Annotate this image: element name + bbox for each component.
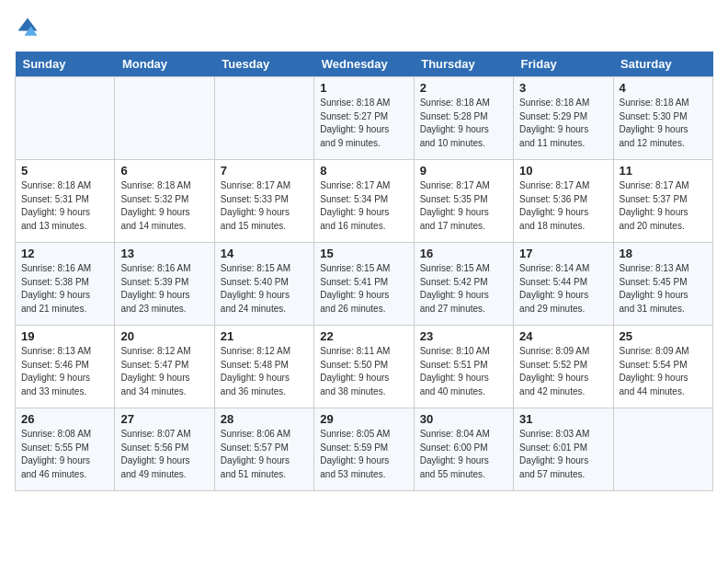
day-number: 23 (420, 329, 507, 343)
day-info: Sunrise: 8:03 AM Sunset: 6:01 PM Dayligh… (519, 428, 607, 481)
calendar-cell: 2Sunrise: 8:18 AM Sunset: 5:28 PM Daylig… (414, 77, 513, 160)
day-number: 5 (21, 164, 108, 178)
day-info: Sunrise: 8:14 AM Sunset: 5:44 PM Dayligh… (519, 262, 607, 316)
calendar-cell: 19Sunrise: 8:13 AM Sunset: 5:46 PM Dayli… (16, 326, 115, 408)
calendar-cell: 3Sunrise: 8:18 AM Sunset: 5:29 PM Daylig… (514, 77, 613, 160)
day-number: 24 (519, 329, 607, 343)
calendar-cell: 13Sunrise: 8:16 AM Sunset: 5:39 PM Dayli… (115, 243, 214, 326)
day-info: Sunrise: 8:09 AM Sunset: 5:52 PM Dayligh… (519, 345, 607, 398)
days-header-row: SundayMondayTuesdayWednesdayThursdayFrid… (16, 52, 713, 77)
calendar-cell: 4Sunrise: 8:18 AM Sunset: 5:30 PM Daylig… (613, 77, 712, 160)
calendar-cell: 22Sunrise: 8:11 AM Sunset: 5:50 PM Dayli… (314, 326, 414, 408)
calendar-cell: 28Sunrise: 8:06 AM Sunset: 5:57 PM Dayli… (214, 408, 313, 491)
day-info: Sunrise: 8:09 AM Sunset: 5:54 PM Dayligh… (620, 345, 707, 398)
day-header-saturday: Saturday (613, 52, 712, 77)
calendar-cell: 14Sunrise: 8:15 AM Sunset: 5:40 PM Dayli… (214, 243, 313, 326)
day-info: Sunrise: 8:17 AM Sunset: 5:36 PM Dayligh… (519, 179, 607, 233)
day-info: Sunrise: 8:15 AM Sunset: 5:42 PM Dayligh… (420, 262, 507, 316)
day-info: Sunrise: 8:18 AM Sunset: 5:30 PM Dayligh… (620, 97, 707, 150)
day-info: Sunrise: 8:05 AM Sunset: 5:59 PM Dayligh… (320, 428, 407, 481)
calendar-cell: 17Sunrise: 8:14 AM Sunset: 5:44 PM Dayli… (514, 243, 613, 326)
calendar-cell: 8Sunrise: 8:17 AM Sunset: 5:34 PM Daylig… (314, 160, 414, 243)
day-info: Sunrise: 8:15 AM Sunset: 5:40 PM Dayligh… (221, 262, 308, 316)
day-number: 10 (519, 164, 607, 178)
day-info: Sunrise: 8:18 AM Sunset: 5:27 PM Dayligh… (320, 97, 407, 150)
calendar-cell: 5Sunrise: 8:18 AM Sunset: 5:31 PM Daylig… (16, 160, 115, 243)
day-info: Sunrise: 8:18 AM Sunset: 5:29 PM Dayligh… (519, 97, 607, 150)
day-number: 2 (420, 81, 507, 95)
day-number: 11 (620, 164, 707, 178)
day-header-wednesday: Wednesday (314, 52, 414, 77)
day-number: 12 (21, 247, 108, 260)
page-header (15, 15, 713, 40)
calendar-cell (613, 408, 712, 491)
calendar-cell: 27Sunrise: 8:07 AM Sunset: 5:56 PM Dayli… (115, 408, 214, 491)
calendar-cell: 30Sunrise: 8:04 AM Sunset: 6:00 PM Dayli… (414, 408, 513, 491)
day-number: 28 (221, 412, 308, 426)
day-number: 4 (620, 81, 707, 95)
week-row-4: 19Sunrise: 8:13 AM Sunset: 5:46 PM Dayli… (16, 326, 713, 408)
calendar-cell: 26Sunrise: 8:08 AM Sunset: 5:55 PM Dayli… (16, 408, 115, 491)
day-number: 31 (519, 412, 607, 426)
day-info: Sunrise: 8:18 AM Sunset: 5:31 PM Dayligh… (21, 179, 108, 233)
calendar-cell: 7Sunrise: 8:17 AM Sunset: 5:33 PM Daylig… (214, 160, 313, 243)
day-number: 7 (221, 164, 308, 178)
week-row-1: 1Sunrise: 8:18 AM Sunset: 5:27 PM Daylig… (16, 77, 713, 160)
day-number: 14 (221, 247, 308, 260)
day-info: Sunrise: 8:17 AM Sunset: 5:37 PM Dayligh… (620, 179, 707, 233)
week-row-3: 12Sunrise: 8:16 AM Sunset: 5:38 PM Dayli… (16, 243, 713, 326)
calendar-cell: 12Sunrise: 8:16 AM Sunset: 5:38 PM Dayli… (16, 243, 115, 326)
svg-marker-0 (18, 18, 38, 31)
day-info: Sunrise: 8:18 AM Sunset: 5:32 PM Dayligh… (120, 179, 208, 233)
day-info: Sunrise: 8:18 AM Sunset: 5:28 PM Dayligh… (420, 97, 507, 150)
day-info: Sunrise: 8:16 AM Sunset: 5:38 PM Dayligh… (21, 262, 108, 316)
day-number: 17 (519, 247, 607, 260)
calendar-cell (115, 77, 214, 160)
day-info: Sunrise: 8:10 AM Sunset: 5:51 PM Dayligh… (420, 345, 507, 398)
day-header-friday: Friday (514, 52, 613, 77)
day-info: Sunrise: 8:17 AM Sunset: 5:35 PM Dayligh… (420, 179, 507, 233)
calendar-cell: 11Sunrise: 8:17 AM Sunset: 5:37 PM Dayli… (613, 160, 712, 243)
day-header-sunday: Sunday (16, 52, 115, 77)
day-number: 16 (420, 247, 507, 260)
calendar-cell (16, 77, 115, 160)
day-info: Sunrise: 8:08 AM Sunset: 5:55 PM Dayligh… (21, 428, 108, 481)
day-number: 3 (519, 81, 607, 95)
day-info: Sunrise: 8:11 AM Sunset: 5:50 PM Dayligh… (320, 345, 407, 398)
day-info: Sunrise: 8:15 AM Sunset: 5:41 PM Dayligh… (320, 262, 407, 316)
calendar-cell: 1Sunrise: 8:18 AM Sunset: 5:27 PM Daylig… (314, 77, 414, 160)
day-info: Sunrise: 8:04 AM Sunset: 6:00 PM Dayligh… (420, 428, 507, 481)
day-number: 30 (420, 412, 507, 426)
day-number: 13 (120, 247, 208, 260)
day-info: Sunrise: 8:12 AM Sunset: 5:47 PM Dayligh… (120, 345, 208, 398)
logo-icon (15, 15, 40, 40)
day-number: 8 (320, 164, 407, 178)
day-number: 21 (221, 329, 308, 343)
logo (15, 15, 44, 40)
day-info: Sunrise: 8:16 AM Sunset: 5:39 PM Dayligh… (120, 262, 208, 316)
day-info: Sunrise: 8:13 AM Sunset: 5:46 PM Dayligh… (21, 345, 108, 398)
day-number: 20 (120, 329, 208, 343)
day-info: Sunrise: 8:17 AM Sunset: 5:33 PM Dayligh… (221, 179, 308, 233)
calendar-cell: 6Sunrise: 8:18 AM Sunset: 5:32 PM Daylig… (115, 160, 214, 243)
day-number: 1 (320, 81, 407, 95)
day-header-monday: Monday (115, 52, 214, 77)
calendar-table: SundayMondayTuesdayWednesdayThursdayFrid… (15, 52, 713, 491)
day-info: Sunrise: 8:07 AM Sunset: 5:56 PM Dayligh… (120, 428, 208, 481)
calendar-cell: 21Sunrise: 8:12 AM Sunset: 5:48 PM Dayli… (214, 326, 313, 408)
calendar-cell: 15Sunrise: 8:15 AM Sunset: 5:41 PM Dayli… (314, 243, 414, 326)
calendar-cell: 31Sunrise: 8:03 AM Sunset: 6:01 PM Dayli… (514, 408, 613, 491)
day-number: 22 (320, 329, 407, 343)
day-info: Sunrise: 8:17 AM Sunset: 5:34 PM Dayligh… (320, 179, 407, 233)
day-number: 26 (21, 412, 108, 426)
calendar-cell: 20Sunrise: 8:12 AM Sunset: 5:47 PM Dayli… (115, 326, 214, 408)
calendar-cell (214, 77, 313, 160)
calendar-cell: 18Sunrise: 8:13 AM Sunset: 5:45 PM Dayli… (613, 243, 712, 326)
day-number: 25 (620, 329, 707, 343)
day-info: Sunrise: 8:06 AM Sunset: 5:57 PM Dayligh… (221, 428, 308, 481)
calendar-cell: 29Sunrise: 8:05 AM Sunset: 5:59 PM Dayli… (314, 408, 414, 491)
week-row-2: 5Sunrise: 8:18 AM Sunset: 5:31 PM Daylig… (16, 160, 713, 243)
day-info: Sunrise: 8:12 AM Sunset: 5:48 PM Dayligh… (221, 345, 308, 398)
day-number: 27 (120, 412, 208, 426)
day-header-tuesday: Tuesday (214, 52, 313, 77)
